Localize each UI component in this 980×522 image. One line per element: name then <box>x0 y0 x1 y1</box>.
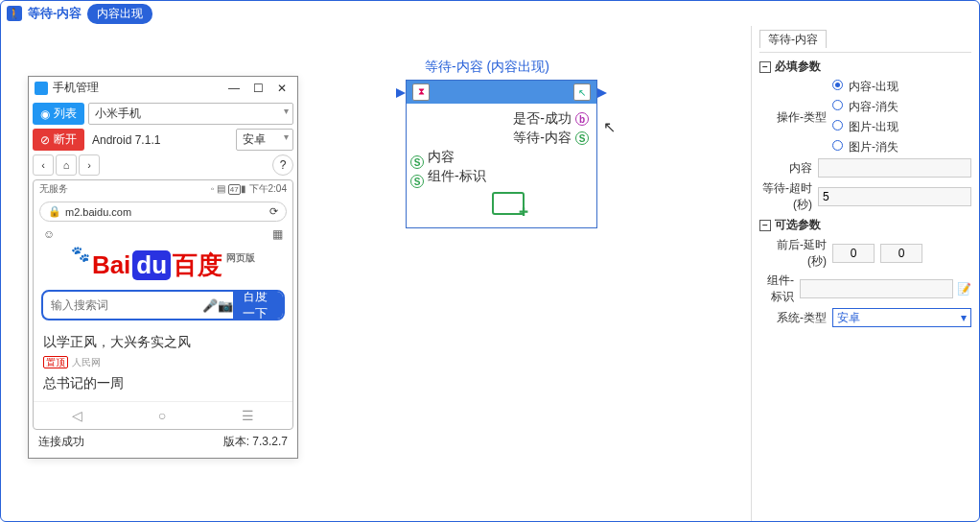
reload-icon[interactable]: ⟳ <box>269 205 278 218</box>
connection-status: 连接成功 <box>38 434 84 450</box>
news-list: 以学正风，大兴务实之风 置顶人民网 总书记的一周 <box>34 324 292 401</box>
search-input[interactable] <box>43 298 202 312</box>
phone-icon <box>35 82 48 95</box>
component-input[interactable] <box>800 279 953 298</box>
top-title: 等待-内容 <box>28 5 82 22</box>
node-header[interactable]: ⧗ ↖ <box>407 81 596 104</box>
maximize-button[interactable]: ☐ <box>248 82 268 95</box>
node-title: 等待-内容 (内容出现) <box>425 59 549 76</box>
content-label: 内容 <box>759 160 812 177</box>
phone-statusbar: 无服务 ◦ ▤ 47▮ 下午2:04 <box>34 180 292 198</box>
collapse-icon-2[interactable]: − <box>759 220 771 231</box>
doc-wait-icon: ⧗ <box>412 83 430 101</box>
cursor-icon: ↖ <box>603 118 616 136</box>
topbar: 🚶 等待-内容 内容出现 <box>1 1 979 26</box>
url-text: m2.baidu.com <box>65 206 131 218</box>
phone-window: 手机管理 — ☐ ✕ ◉列表 小米手机 ⊘断开 Android 7.1.1 安卓 <box>28 76 298 459</box>
out-success-label: 是否-成功 <box>513 110 572 128</box>
disconnect-icon: ⊘ <box>40 133 50 147</box>
in-content-label: 内容 <box>428 149 455 166</box>
radio-content-disappear[interactable]: 内容-消失 <box>832 99 898 115</box>
walk-icon: 🚶 <box>7 6 22 21</box>
pick-area-icon[interactable] <box>428 192 589 218</box>
minimize-button[interactable]: — <box>224 82 244 95</box>
browser-toolbar: ☺ ▦ <box>34 225 292 243</box>
in-component-label: 组件-标识 <box>428 168 486 185</box>
radio-image-disappear[interactable]: 图片-消失 <box>832 139 898 155</box>
close-button[interactable]: ✕ <box>272 82 292 95</box>
nav-home-icon[interactable]: ○ <box>158 408 166 423</box>
bool-port[interactable]: b <box>575 112 589 126</box>
mic-icon[interactable]: 🎤 <box>202 298 218 313</box>
panel-tab[interactable]: 等待-内容 <box>759 30 827 48</box>
platform-select[interactable]: 安卓 <box>236 129 293 151</box>
help-button[interactable]: ? <box>272 154 293 176</box>
string-port-in2[interactable]: S <box>410 175 424 188</box>
device-select[interactable]: 小米手机 <box>88 103 293 125</box>
timeout-input[interactable] <box>818 187 971 206</box>
news-source: 人民网 <box>72 357 101 368</box>
back-button[interactable]: ‹ <box>33 154 54 176</box>
forward-button[interactable]: › <box>79 154 100 176</box>
android-version: Android 7.1.1 <box>88 133 232 147</box>
out-wait-label: 等待-内容 <box>513 130 572 147</box>
radio-content-appear[interactable]: 内容-出现 <box>832 79 898 95</box>
chevron-down-icon: ▾ <box>961 311 967 324</box>
system-label: 系统-类型 <box>759 310 827 326</box>
nav-bar: ◁ ○ ☰ <box>34 401 292 429</box>
delay-before-input[interactable] <box>832 244 875 263</box>
news-item-2[interactable]: 总书记的一周 <box>43 371 283 395</box>
nav-recent-icon[interactable]: ☰ <box>242 408 254 423</box>
version-label: 版本: 7.3.2.7 <box>223 434 288 450</box>
camera-icon[interactable]: 📷 <box>218 298 233 313</box>
baidu-logo: 🐾 Baidu百度 网页版 <box>34 249 292 282</box>
delay-label: 前后-延时(秒) <box>759 237 827 270</box>
disconnect-button[interactable]: ⊘断开 <box>33 129 84 151</box>
section-required: 必填参数 <box>775 59 821 75</box>
content-input[interactable] <box>818 158 971 178</box>
user-icon[interactable]: ☺ <box>43 227 55 241</box>
system-select[interactable]: 安卓▾ <box>832 308 971 327</box>
radio-image-appear[interactable]: 图片-出现 <box>832 119 898 135</box>
news-item-1[interactable]: 以学正风，大兴务实之风 <box>43 330 283 354</box>
pin-tag: 置顶 <box>43 356 68 368</box>
phone-titlebar[interactable]: 手机管理 — ☐ ✕ <box>29 77 297 99</box>
flow-in-port[interactable] <box>396 88 406 98</box>
component-label: 组件-标识 <box>759 273 794 305</box>
timeout-label: 等待-超时(秒) <box>759 180 812 213</box>
search-bar[interactable]: 🎤 📷 百度一下 <box>41 290 285 320</box>
wait-content-node[interactable]: ⧗ ↖ 是否-成功b 等待-内容S S内容 S组件-标识 <box>406 80 597 228</box>
url-bar[interactable]: 🔒 m2.baidu.com ⟳ <box>39 202 287 222</box>
phone-screen[interactable]: 无服务 ◦ ▤ 47▮ 下午2:04 🔒 m2.baidu.com ⟳ ☺ ▦ <box>33 179 293 430</box>
flow-out-port[interactable] <box>597 88 607 98</box>
nav-back-icon[interactable]: ◁ <box>72 408 82 423</box>
op-type-label: 操作-类型 <box>759 109 827 126</box>
collapse-icon[interactable]: − <box>759 61 771 73</box>
string-port-in1[interactable]: S <box>410 155 424 169</box>
home-button[interactable]: ⌂ <box>56 154 77 176</box>
search-button[interactable]: 百度一下 <box>233 292 283 319</box>
section-optional: 可选参数 <box>775 217 821 233</box>
edit-icon[interactable]: 📝 <box>957 281 971 297</box>
phone-title: 手机管理 <box>53 80 99 96</box>
mode-pill[interactable]: 内容出现 <box>87 4 152 24</box>
list-icon: ◉ <box>40 107 50 121</box>
list-button[interactable]: ◉列表 <box>33 103 84 125</box>
signal-status: 无服务 <box>39 182 68 196</box>
canvas[interactable]: 手机管理 — ☐ ✕ ◉列表 小米手机 ⊘断开 Android 7.1.1 安卓 <box>1 26 751 521</box>
apps-icon[interactable]: ▦ <box>272 227 283 241</box>
select-icon[interactable]: ↖ <box>573 83 591 101</box>
string-port-out[interactable]: S <box>575 131 589 145</box>
property-panel: 等待-内容 −必填参数 操作-类型 内容-出现 内容-消失 图片-出现 图片-消… <box>751 26 979 521</box>
time-status: ◦ ▤ 47▮ 下午2:04 <box>211 182 287 196</box>
paw-icon: 🐾 <box>71 245 90 263</box>
lock-icon: 🔒 <box>48 205 61 218</box>
delay-after-input[interactable] <box>880 244 922 263</box>
